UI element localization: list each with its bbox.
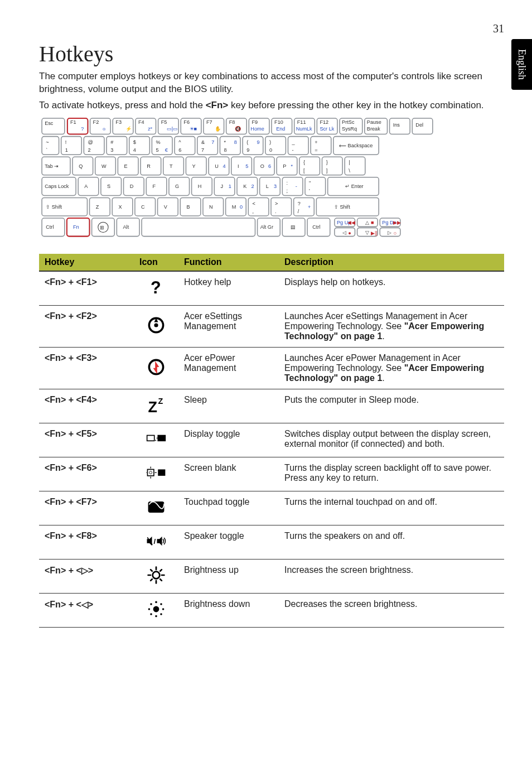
col-description: Description — [279, 254, 504, 271]
svg-text:R: R — [147, 163, 151, 168]
description-cell: Turns the speakers on and off. — [279, 525, 504, 559]
hotkey-cell: <Fn> + <F4> — [39, 389, 134, 423]
svg-text:Del: Del — [415, 122, 423, 128]
svg-text:I: I — [238, 163, 239, 168]
svg-rect-83 — [265, 136, 286, 155]
svg-rect-200 — [142, 218, 255, 237]
svg-line-254 — [160, 579, 162, 581]
svg-text:●: ● — [348, 230, 351, 235]
svg-text:F3: F3 — [115, 119, 122, 125]
svg-text:Alt Gr: Alt Gr — [260, 224, 273, 230]
svg-text:0: 0 — [269, 147, 272, 153]
svg-text:F12: F12 — [320, 119, 328, 125]
svg-rect-146 — [237, 177, 258, 196]
svg-rect-49 — [42, 136, 59, 155]
desc-text-b: . — [382, 331, 384, 341]
svg-text:@: @ — [88, 139, 93, 145]
svg-rect-71 — [197, 136, 218, 155]
svg-text:.: . — [275, 209, 277, 214]
svg-text:F1: F1 — [70, 119, 76, 125]
svg-text:[: [ — [303, 168, 305, 173]
svg-point-241 — [149, 471, 152, 474]
svg-rect-143 — [214, 177, 235, 196]
svg-text:▶▶: ▶▶ — [393, 220, 401, 225]
svg-text:NumLk: NumLk — [296, 126, 312, 132]
svg-rect-64 — [152, 136, 172, 155]
svg-rect-102 — [141, 157, 161, 175]
svg-rect-234 — [158, 435, 165, 441]
hotkey-cell: <Fn> + <F8> — [39, 525, 134, 559]
svg-text:⟵ Backspace: ⟵ Backspace — [339, 143, 373, 148]
svg-text:Pause: Pause — [367, 119, 381, 125]
svg-text:Z: Z — [96, 204, 99, 210]
svg-text:8: 8 — [234, 139, 237, 145]
page-number: 31 — [39, 22, 504, 35]
icon-cell — [134, 423, 178, 457]
icon-cell — [134, 593, 178, 627]
svg-text:$: $ — [133, 139, 136, 145]
svg-text:O: O — [260, 163, 264, 168]
brightness-down-icon — [146, 599, 166, 619]
col-hotkey: Hotkey — [39, 254, 134, 271]
hotkeys-table: Hotkey Icon Function Description <Fn> + … — [39, 254, 504, 628]
svg-text:F11: F11 — [297, 119, 306, 125]
svg-text:⚡: ⚡ — [125, 126, 132, 132]
icon-cell — [134, 491, 178, 525]
svg-text:○: ○ — [394, 230, 397, 235]
svg-point-257 — [153, 606, 159, 612]
svg-text:4: 4 — [223, 163, 226, 168]
svg-text:Tab ⇥: Tab ⇥ — [45, 163, 59, 168]
svg-rect-152 — [282, 177, 303, 196]
svg-text:2: 2 — [251, 184, 254, 189]
svg-text:8: 8 — [224, 147, 227, 153]
svg-text:▽: ▽ — [365, 229, 369, 235]
description-cell: Turns the internal touchpad on and off. — [279, 491, 504, 525]
svg-point-228 — [154, 323, 158, 327]
svg-text:Home: Home — [250, 126, 264, 132]
touchpad-toggle-icon — [146, 497, 166, 517]
svg-text:<: < — [252, 201, 255, 206]
svg-text:☀■: ☀■ — [190, 126, 197, 132]
svg-text:{: { — [303, 160, 305, 165]
svg-text:◁: ◁ — [342, 229, 346, 235]
svg-text:=: = — [315, 147, 317, 153]
svg-text:P: P — [283, 163, 286, 168]
svg-text:': ' — [309, 188, 310, 194]
function-cell: Touchpad toggle — [178, 491, 279, 525]
hotkey-cell: <Fn> + <F3> — [39, 347, 134, 389]
svg-text:>: > — [275, 201, 278, 206]
svg-text:N: N — [209, 204, 213, 210]
svg-text:4: 4 — [133, 147, 136, 153]
svg-line-255 — [151, 579, 152, 581]
svg-point-260 — [148, 608, 151, 610]
icon-cell: ? — [134, 271, 178, 306]
svg-point-248 — [153, 571, 160, 578]
display-toggle-icon — [146, 429, 166, 449]
svg-text:}: } — [326, 160, 328, 165]
fn-key-label: <Fn> — [206, 100, 229, 110]
col-function: Function — [178, 254, 279, 271]
svg-text:Z: Z — [148, 398, 158, 414]
svg-text:C: C — [141, 204, 145, 210]
svg-text:?: ? — [298, 201, 301, 206]
svg-rect-111 — [231, 157, 252, 175]
svg-text:!: ! — [65, 139, 67, 145]
svg-rect-52 — [61, 136, 82, 155]
svg-text:K: K — [243, 184, 246, 189]
hotkey-cell: <Fn> + <▷> — [39, 559, 134, 593]
table-row: <Fn> + <F2> Acer eSettings Management La… — [39, 305, 504, 347]
svg-text:": " — [309, 180, 311, 186]
svg-text:T: T — [170, 163, 173, 168]
svg-text:F9: F9 — [252, 119, 258, 125]
svg-text:Esc: Esc — [45, 120, 54, 126]
svg-text:PrtSc: PrtSc — [342, 119, 355, 125]
svg-rect-117 — [277, 157, 297, 175]
svg-rect-106 — [186, 157, 206, 175]
svg-text:V: V — [164, 204, 168, 210]
svg-text:E: E — [124, 163, 128, 168]
svg-text:🔇: 🔇 — [235, 126, 241, 132]
hotkey-cell: <Fn> + <F7> — [39, 491, 134, 525]
svg-rect-75 — [220, 136, 240, 155]
table-row: <Fn> + <F3> Acer ePower Management Launc… — [39, 347, 504, 389]
svg-text:+: + — [308, 204, 311, 210]
